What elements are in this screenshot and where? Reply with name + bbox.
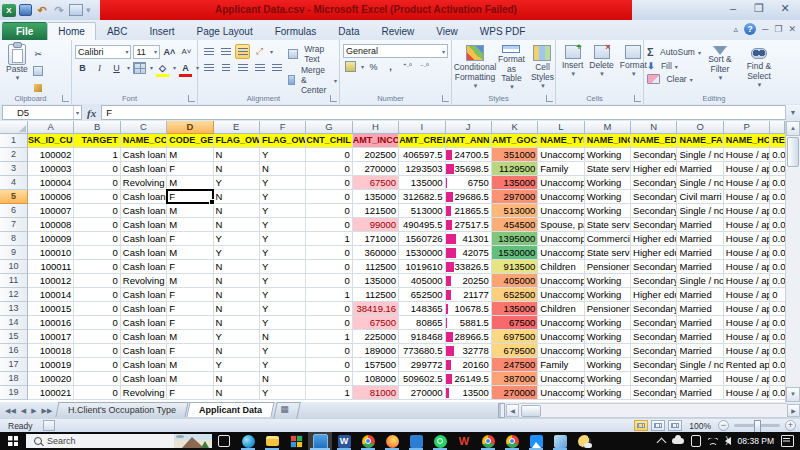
- cell[interactable]: 405000: [399, 274, 445, 288]
- scroll-down-icon[interactable]: ▼: [786, 387, 800, 402]
- format-as-table-button[interactable]: Format as Table▼: [495, 43, 528, 92]
- cell[interactable]: M: [167, 148, 213, 162]
- cell[interactable]: House / ap: [724, 204, 770, 218]
- cell[interactable]: Unaccomp: [538, 204, 584, 218]
- cell[interactable]: 135000: [353, 190, 399, 204]
- column-header-E[interactable]: E: [214, 121, 260, 134]
- zoom-in-icon[interactable]: +: [785, 420, 796, 431]
- cell[interactable]: 0: [74, 274, 120, 288]
- cell[interactable]: Secondary: [631, 344, 677, 358]
- cell[interactable]: 100012: [28, 274, 74, 288]
- decrease-decimal-icon[interactable]: ⁻·⁰: [417, 59, 432, 74]
- book-close-icon[interactable]: ✕: [788, 24, 796, 34]
- cell[interactable]: Pensioner: [585, 302, 631, 316]
- cell[interactable]: Children: [538, 260, 584, 274]
- cell[interactable]: Y: [260, 232, 306, 246]
- cell[interactable]: 38419.16: [353, 302, 399, 316]
- horizontal-scroll-thumb[interactable]: [521, 405, 541, 417]
- row-number[interactable]: 9: [0, 246, 28, 260]
- cell[interactable]: House / ap: [724, 148, 770, 162]
- row-number[interactable]: 4: [0, 176, 28, 190]
- cell[interactable]: Family: [538, 358, 584, 372]
- taskbar-app-task-view-icon[interactable]: [212, 432, 236, 450]
- cell[interactable]: Unaccomp: [538, 190, 584, 204]
- cell[interactable]: 0: [74, 162, 120, 176]
- cell[interactable]: 29686.5: [446, 190, 492, 204]
- cell[interactable]: 0: [74, 246, 120, 260]
- cut-icon[interactable]: ✂: [31, 46, 46, 61]
- fill-button[interactable]: ⬇ Fill▾: [647, 61, 701, 71]
- column-header-P[interactable]: P: [724, 121, 770, 134]
- cell[interactable]: N: [214, 372, 260, 386]
- cell[interactable]: AMT_INCO: [353, 134, 399, 148]
- cell[interactable]: F: [167, 288, 213, 302]
- cell[interactable]: Secondary: [631, 358, 677, 372]
- cell[interactable]: NAME_FAI: [677, 134, 723, 148]
- ribbon-tab-data[interactable]: Data: [327, 22, 370, 40]
- cell[interactable]: NAME_HC: [724, 134, 770, 148]
- column-header-M[interactable]: M: [585, 121, 631, 134]
- row-number[interactable]: 1: [0, 134, 28, 148]
- row-number[interactable]: 8: [0, 232, 28, 246]
- underline-button[interactable]: U: [109, 60, 124, 75]
- cell[interactable]: F: [167, 344, 213, 358]
- row-number[interactable]: 3: [0, 162, 28, 176]
- taskbar-app-photos-icon[interactable]: [524, 432, 548, 450]
- cell[interactable]: 0: [74, 190, 120, 204]
- cell[interactable]: 387000: [492, 372, 538, 386]
- book-restore-icon[interactable]: ❐: [774, 24, 782, 34]
- cell[interactable]: 100003: [28, 162, 74, 176]
- cell[interactable]: 81000: [353, 386, 399, 400]
- percent-style-icon[interactable]: %: [366, 59, 381, 74]
- cell[interactable]: Y: [260, 190, 306, 204]
- scroll-up-icon[interactable]: ▲: [786, 121, 800, 136]
- cell[interactable]: TARGET: [74, 134, 120, 148]
- cell[interactable]: Unaccomp: [538, 246, 584, 260]
- cell[interactable]: Y: [214, 330, 260, 344]
- cell[interactable]: 0: [306, 274, 352, 288]
- taskbar-app-chrome-icon[interactable]: [356, 432, 380, 450]
- cell[interactable]: Spouse, pa: [538, 218, 584, 232]
- cell[interactable]: 0: [74, 302, 120, 316]
- cell[interactable]: Working: [585, 176, 631, 190]
- cell[interactable]: 100017: [28, 330, 74, 344]
- cell[interactable]: 0: [74, 330, 120, 344]
- column-header-A[interactable]: A: [28, 121, 74, 134]
- cell[interactable]: Unaccomp: [538, 386, 584, 400]
- cell[interactable]: M: [167, 176, 213, 190]
- ribbon-tab-formulas[interactable]: Formulas: [264, 22, 328, 40]
- active-cell-border[interactable]: [166, 189, 214, 204]
- cell[interactable]: Married: [677, 372, 723, 386]
- cell[interactable]: Y: [260, 148, 306, 162]
- cell[interactable]: M: [167, 358, 213, 372]
- cell[interactable]: Working: [585, 190, 631, 204]
- minimize-ribbon-icon[interactable]: ▵: [733, 24, 738, 34]
- normal-view-icon[interactable]: [634, 420, 648, 431]
- cell[interactable]: 0: [306, 148, 352, 162]
- cell[interactable]: AMT_GOC: [492, 134, 538, 148]
- cell[interactable]: Children: [538, 302, 584, 316]
- row-number[interactable]: 11: [0, 274, 28, 288]
- cell[interactable]: 405000: [492, 274, 538, 288]
- name-box[interactable]: D5 ▾: [2, 105, 82, 120]
- cell[interactable]: Secondary: [631, 372, 677, 386]
- cell[interactable]: 67500: [353, 176, 399, 190]
- cell[interactable]: N: [214, 288, 260, 302]
- cell[interactable]: 0: [306, 302, 352, 316]
- cell[interactable]: 1530000: [399, 246, 445, 260]
- sheet-tab-occupation-type[interactable]: H.Client's Occupation Type: [56, 402, 189, 417]
- cell[interactable]: 1129500: [492, 162, 538, 176]
- cell[interactable]: 42075: [446, 246, 492, 260]
- comma-style-icon[interactable]: ,: [383, 59, 398, 74]
- cell[interactable]: Cash loans: [121, 218, 167, 232]
- cell[interactable]: 26149.5: [446, 372, 492, 386]
- phone-link-icon[interactable]: [691, 435, 701, 447]
- cell[interactable]: 6750: [446, 176, 492, 190]
- cell[interactable]: Unaccomp: [538, 176, 584, 190]
- bold-button[interactable]: B: [75, 60, 90, 75]
- cell[interactable]: N: [214, 218, 260, 232]
- cell[interactable]: 490495.5: [399, 218, 445, 232]
- ribbon-tab-review[interactable]: Review: [370, 22, 425, 40]
- cell[interactable]: 100016: [28, 316, 74, 330]
- start-button[interactable]: [0, 432, 26, 450]
